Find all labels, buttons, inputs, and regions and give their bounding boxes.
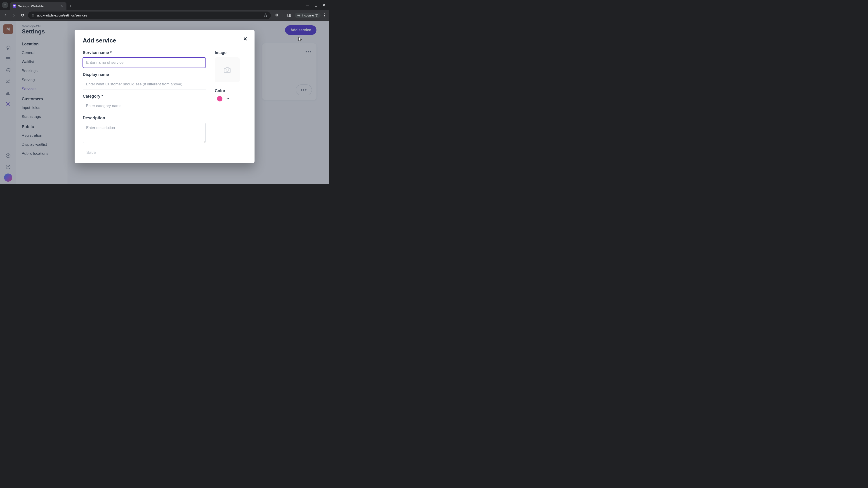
service-name-input[interactable] [83, 57, 206, 68]
svg-rect-4 [287, 14, 291, 17]
display-name-label: Display name [83, 72, 206, 77]
image-upload[interactable] [215, 57, 240, 82]
incognito-icon [297, 13, 301, 17]
description-label: Description [83, 116, 206, 121]
svg-point-6 [324, 13, 325, 14]
add-service-modal: Add service ✕ Service name * Display nam… [74, 30, 254, 163]
extensions-icon[interactable] [275, 13, 279, 18]
forward-button[interactable] [11, 12, 17, 19]
chevron-down-icon [226, 98, 229, 100]
browser-tab[interactable]: W Settings | Waitwhile ✕ [10, 2, 66, 10]
display-name-input[interactable] [83, 79, 206, 90]
modal-close-button[interactable]: ✕ [243, 36, 247, 42]
svg-rect-1 [32, 15, 34, 16]
svg-point-8 [324, 17, 325, 18]
reload-button[interactable] [20, 12, 26, 19]
incognito-badge[interactable]: Incognito (2) [295, 13, 320, 18]
modal-overlay[interactable]: Add service ✕ Service name * Display nam… [0, 21, 329, 184]
svg-point-3 [33, 16, 34, 16]
tab-title: Settings | Waitwhile [18, 4, 59, 8]
maximize-button[interactable]: ▢ [314, 3, 317, 7]
service-name-label: Service name * [83, 51, 206, 55]
bookmark-icon[interactable] [264, 13, 268, 18]
category-input[interactable] [83, 101, 206, 111]
new-tab-button[interactable]: + [70, 4, 72, 8]
sidepanel-icon[interactable] [287, 13, 291, 18]
app-root: M Moodjoy7434 Settings Location General … [0, 21, 329, 184]
browser-toolbar: app.waitwhile.com/settings/services | In… [0, 10, 329, 21]
color-picker[interactable] [215, 96, 246, 101]
browser-tab-strip: W Settings | Waitwhile ✕ + — ▢ ✕ [0, 0, 329, 10]
save-button[interactable]: Save [83, 149, 206, 157]
svg-rect-0 [32, 14, 34, 15]
image-label: Image [215, 51, 246, 55]
tab-search-button[interactable] [2, 2, 8, 8]
svg-point-7 [324, 15, 325, 16]
camera-icon [223, 66, 231, 74]
color-swatch [217, 96, 222, 101]
window-controls: — ▢ ✕ [306, 3, 327, 7]
back-button[interactable] [2, 12, 8, 19]
address-bar[interactable]: app.waitwhile.com/settings/services [28, 11, 271, 19]
site-settings-icon[interactable] [31, 13, 35, 17]
description-input[interactable] [83, 123, 206, 143]
close-window-button[interactable]: ✕ [323, 3, 326, 7]
svg-point-25 [226, 69, 228, 71]
category-label: Category * [83, 94, 206, 99]
minimize-button[interactable]: — [306, 3, 309, 7]
url-text: app.waitwhile.com/settings/services [37, 13, 261, 17]
tab-favicon: W [13, 4, 16, 8]
browser-menu-icon[interactable] [324, 13, 325, 18]
modal-title: Add service [83, 37, 246, 44]
tab-close-button[interactable]: ✕ [61, 4, 64, 8]
color-label: Color [215, 89, 246, 93]
